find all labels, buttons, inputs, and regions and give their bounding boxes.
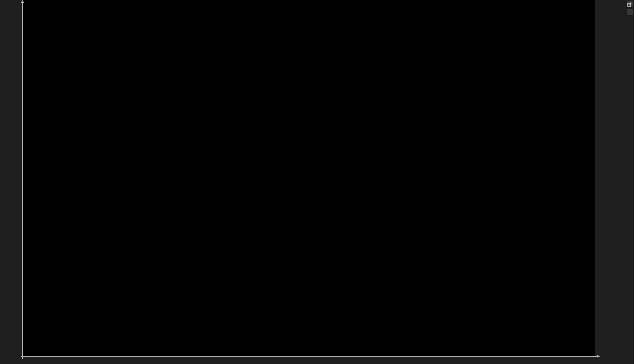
freq-axis-arrow-icon: [21, 0, 24, 3]
db-colorbar: [614, 5, 619, 356]
open-external-icon: [627, 2, 632, 7]
info-button[interactable]: [626, 9, 633, 16]
spectrogram-window: [0, 0, 634, 364]
spectrogram-canvas: [23, 0, 595, 356]
time-axis-arrow-icon: [597, 355, 600, 358]
freq-axis-line: [22, 2, 23, 359]
cutoff-frequency-line: [23, 0, 595, 0]
time-axis-line: [21, 356, 598, 357]
open-external-button[interactable]: [626, 1, 633, 8]
